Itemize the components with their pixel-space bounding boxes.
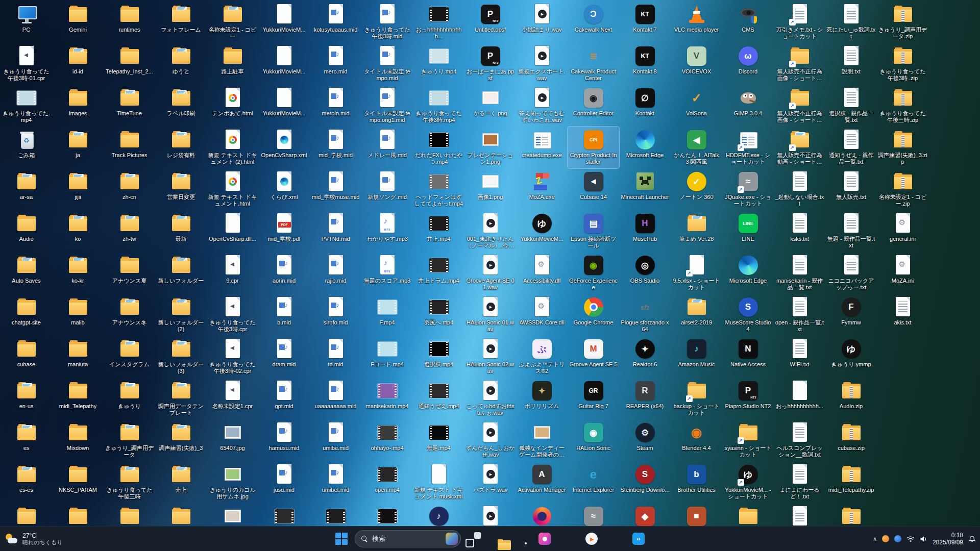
desktop-icon[interactable]: Microsoft Edge	[619, 127, 671, 168]
desktop-icon[interactable]: ja	[52, 127, 104, 168]
desktop-icon[interactable]: ♪hamusu.mid	[258, 419, 310, 461]
notification-bell-icon[interactable]	[968, 535, 976, 543]
desktop-icon[interactable]: ♪MP3わかりやす.mp3	[361, 210, 413, 252]
desktop-icon[interactable]: きゅうり食ってた午後3時.mp4	[413, 85, 464, 127]
desktop-icon[interactable]: SMuseScore Studio 4	[722, 294, 774, 336]
desktop-icon[interactable]: ニコニコバックアップっー.txt	[825, 252, 877, 294]
desktop-icon[interactable]: ゆきゅうり.ymmp	[825, 336, 877, 378]
desktop-icon[interactable]: ▶HALion Sonic 02.wav	[464, 336, 516, 378]
tray-app-orange-icon[interactable]	[882, 535, 889, 542]
desktop-icon[interactable]: きゅうり食ってた午後3時 .zip	[877, 43, 928, 85]
desktop-icon[interactable]: ⚙MoZA.ini	[877, 252, 928, 294]
desktop-icon[interactable]: KTKontakt 7	[619, 1, 671, 43]
desktop-icon[interactable]: ohhayo-.mp4	[361, 419, 413, 461]
desktop-icon[interactable]: ♪きゅうり食ってた午後3時.mid	[361, 1, 413, 43]
task-view-button[interactable]	[464, 529, 484, 549]
desktop-icon[interactable]: 新しいフォルダー	[155, 252, 207, 294]
desktop-icon[interactable]: 選択肢 - 親作品一覧.txt	[825, 85, 877, 127]
desktop-icon[interactable]: ♪PVTNd.mid	[310, 210, 361, 252]
desktop-icon[interactable]	[258, 503, 310, 527]
desktop-icon[interactable]: ◉HALion Sonic	[568, 419, 619, 461]
desktop-icon[interactable]: ◄きゅうり食ってた午後3時-02.cpr	[207, 336, 258, 378]
desktop-icon[interactable]: 調声練習(失敗)_3.zip	[877, 127, 928, 168]
desktop-icon[interactable]: NKSC_PARAM	[52, 461, 104, 503]
desktop-icon[interactable]: ↗HDDFMT.exe - ショートカット	[722, 127, 774, 168]
desktop-icon[interactable]: ▶HALion Sonic 01.wav	[464, 294, 516, 336]
desktop-icon[interactable]: おっhhhhhhhhhhhh...	[413, 1, 464, 43]
desktop-icon[interactable]: ωDiscord	[722, 43, 774, 85]
start-button[interactable]	[331, 529, 352, 549]
desktop-icon[interactable]: bBrother Utilities	[671, 461, 722, 503]
desktop-icon[interactable]: ◆	[619, 503, 671, 527]
desktop-icon[interactable]: open.mp4	[361, 461, 413, 503]
desktop-icon[interactable]: ◎OBS Studio	[619, 252, 671, 294]
desktop-icon[interactable]: ▶001_東北きりたん（ノーマル）_今じゃ...	[464, 210, 516, 252]
desktop-icon[interactable]: 新規 テキスト ドキュメント (2).html	[207, 127, 258, 168]
desktop-icon[interactable]: ✓VoiSona	[671, 85, 722, 127]
desktop-icon[interactable]: MGroove Agent SE 5	[568, 336, 619, 378]
desktop-icon[interactable]: YukkuriMovieM...	[258, 43, 310, 85]
desktop-icon[interactable]: ◄きゅうり食ってた午後3時.cpr	[207, 294, 258, 336]
desktop-icon[interactable]: おっhhhhhhhhhh...	[774, 378, 825, 419]
desktop-icon[interactable]: インスタグラム	[104, 336, 155, 378]
desktop-icon[interactable]: ♪kotusytuaaus.mid	[310, 1, 361, 43]
desktop-icon[interactable]: 最新	[155, 210, 207, 252]
desktop-icon[interactable]: ♪td.mid	[310, 336, 361, 378]
desktop-icon[interactable]: Telepathy_Inst_2...	[104, 43, 155, 85]
desktop-icon[interactable]: ぷぷよぷよ™テトリス®2	[516, 336, 568, 378]
desktop-icon[interactable]: Audio.zip	[825, 378, 877, 419]
desktop-icon[interactable]: ↗無人販売不正行為画像 - ショートカット	[774, 85, 825, 127]
desktop-icon[interactable]: cubase	[1, 336, 52, 378]
desktop-icon[interactable]	[52, 503, 104, 527]
desktop-icon[interactable]: ↗backup - ショートカット	[671, 378, 722, 419]
desktop-icon[interactable]: 新規 テキスト ドキュメント.musicxml	[413, 461, 464, 503]
desktop-icon[interactable]: Audio	[1, 210, 52, 252]
desktop-icon[interactable]: ⚙Steam	[619, 419, 671, 461]
hidden-icons-chevron[interactable]: ∧	[873, 536, 877, 542]
desktop-icon[interactable]: ▶小銭詰まり.wav	[516, 1, 568, 43]
desktop-icon[interactable]: ゆうと	[155, 43, 207, 85]
desktop-icon[interactable]: アナウンス冬	[104, 294, 155, 336]
desktop-icon[interactable]: アナウンス夏	[104, 252, 155, 294]
desktop-icon[interactable]: 調声用データテンプレート	[155, 378, 207, 419]
desktop-icon[interactable]: cubase.zip	[825, 419, 877, 461]
desktop-icon[interactable]: 通知うぜえ - 親作品一覧.txt	[825, 127, 877, 168]
desktop-icon[interactable]: きゅうり_調声用データ.zip	[877, 1, 928, 43]
desktop-icon[interactable]: ♻ごみ箱	[1, 127, 52, 168]
desktop-icon[interactable]: PC	[1, 1, 52, 43]
desktop-icon[interactable]: きゅうり食ってた.mp4	[1, 85, 52, 127]
desktop-icon[interactable]: ♪aorin.mid	[258, 252, 310, 294]
desktop-icon[interactable]: ƆCakewalk Next	[568, 1, 619, 43]
desktop-icon[interactable]: きゅうり	[104, 378, 155, 419]
desktop-icon[interactable]: 路上駐車	[207, 43, 258, 85]
desktop-icon[interactable]: きゅうり食ってた午後三時	[104, 461, 155, 503]
desktop-icon[interactable]: ≈	[568, 503, 619, 527]
desktop-icon[interactable]: ♪meroin.mid	[310, 85, 361, 127]
desktop-icon[interactable]: manisekarin.mp4	[361, 378, 413, 419]
desktop-icon[interactable]: ◉Blender 4.4	[671, 419, 722, 461]
desktop-icon[interactable]: ≈↗JQuake.exe - ショートカット	[722, 168, 774, 210]
desktop-icon[interactable]: ↗9.5.xlsx - ショートカット	[671, 252, 722, 294]
desktop-icon[interactable]: Auto Saves	[1, 252, 52, 294]
desktop-icon[interactable]: midi_Telepathy	[52, 378, 104, 419]
desktop-icon[interactable]: ▶Groove Agent SE 01.wav	[464, 252, 516, 294]
desktop-icon[interactable]: OpenCvSharp.dll...	[207, 210, 258, 252]
desktop-icon[interactable]: ♪rajio.mid	[310, 252, 361, 294]
desktop-icon[interactable]: Microsoft Edge	[722, 252, 774, 294]
desktop-icon[interactable]: chatgpt-site	[1, 294, 52, 336]
desktop-icon[interactable]: maniuta	[52, 336, 104, 378]
desktop-icon[interactable]: SSteinberg Downlo...	[619, 461, 671, 503]
desktop-icon[interactable]	[155, 503, 207, 527]
desktop-icon[interactable]: 売上	[155, 461, 207, 503]
volume-icon[interactable]	[920, 536, 927, 542]
desktop-icon[interactable]: 営業日変更	[155, 168, 207, 210]
desktop-icon[interactable]: ⚙general.ini	[877, 210, 928, 252]
desktop-icon[interactable]: ≡Cakewalk Product Center	[568, 43, 619, 85]
desktop-icon[interactable]: ⚙AWSSDK.Core.dll	[516, 294, 568, 336]
desktop-icon[interactable]: 羽尻へ.mp4	[413, 294, 464, 336]
desktop-icon[interactable]: TimeTune	[104, 85, 155, 127]
desktop-icon[interactable]: ◉Controller Editor	[568, 85, 619, 127]
desktop-icon[interactable]: zh-cn	[104, 168, 155, 210]
desktop-icon[interactable]: NNative Access	[722, 336, 774, 378]
desktop-icon[interactable]: 画像1.png	[464, 168, 516, 210]
